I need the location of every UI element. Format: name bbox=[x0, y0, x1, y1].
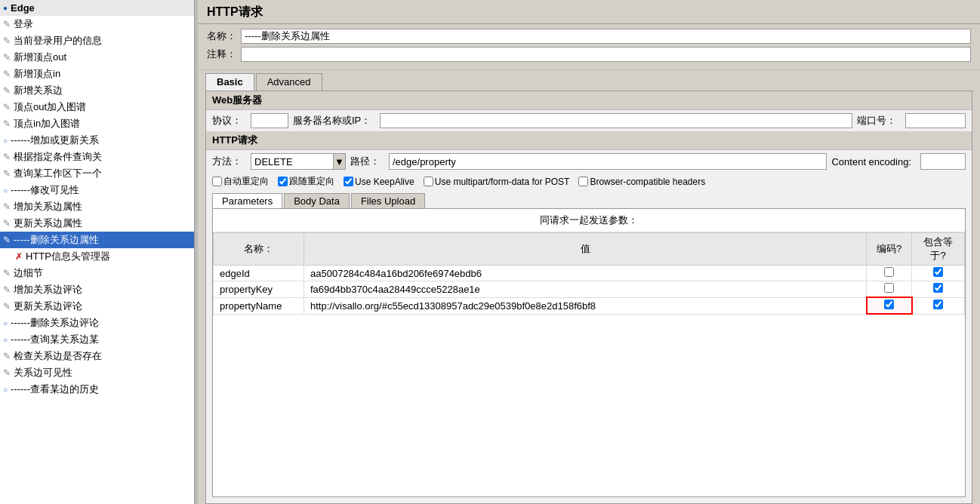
encoding-input[interactable] bbox=[920, 153, 966, 170]
path-input[interactable] bbox=[389, 153, 827, 170]
comment-input[interactable] bbox=[241, 47, 971, 62]
sidebar-item-icon-9: ✎ bbox=[3, 168, 11, 179]
multipart-checkbox[interactable] bbox=[424, 177, 433, 186]
include-checkbox-2[interactable] bbox=[933, 300, 943, 309]
inner-tab-parameters[interactable]: Parameters bbox=[212, 193, 282, 208]
param-include-0[interactable] bbox=[912, 266, 965, 281]
keepalive-label: Use KeepAlive bbox=[355, 177, 414, 187]
inner-tab-body-data[interactable]: Body Data bbox=[284, 193, 350, 208]
sidebar-item-icon-1: ✎ bbox=[3, 35, 11, 46]
sidebar-item-7[interactable]: ○------增加或更新关系 bbox=[0, 132, 194, 149]
sidebar: ● Edge ✎登录✎当前登录用户的信息✎新增顶点out✎新增顶点in✎新增关系… bbox=[0, 0, 195, 504]
sidebar-item-label-19: ------查询某关系边某 bbox=[11, 333, 99, 346]
follow-redirect-checkbox[interactable] bbox=[278, 177, 288, 186]
name-section: 名称： 注释： bbox=[198, 24, 980, 70]
param-value-0: aa5007284c484a16bd206fe6974ebdb6 bbox=[304, 266, 867, 281]
sidebar-item-icon-18: ○ bbox=[3, 319, 8, 327]
port-label: 端口号： bbox=[857, 114, 896, 128]
protocol-input[interactable] bbox=[251, 113, 288, 128]
right-panel: HTTP请求 名称： 注释： Basic Advanced Web服务器 bbox=[198, 0, 980, 504]
sidebar-item-icon-3: ✎ bbox=[3, 69, 11, 79]
sidebar-item-18[interactable]: ○------删除关系边评论 bbox=[0, 315, 194, 331]
auto-redirect-label: 自动重定向 bbox=[223, 175, 269, 188]
sidebar-item-icon-17: ✎ bbox=[3, 301, 11, 312]
param-value-2: http://visallo.org/#c55ecd13308957adc29e… bbox=[304, 297, 867, 314]
sidebar-item-22[interactable]: ○------查看某边的历史 bbox=[0, 381, 194, 398]
http-request-header: HTTP请求 bbox=[206, 131, 972, 150]
sidebar-item-21[interactable]: ✎关系边可见性 bbox=[0, 364, 194, 381]
sidebar-item-11[interactable]: ✎增加关系边属性 bbox=[0, 198, 194, 215]
sidebar-item-icon-11: ✎ bbox=[3, 201, 11, 212]
sidebar-item-8[interactable]: ✎根据指定条件查询关 bbox=[0, 149, 194, 165]
follow-redirect-label: 跟随重定向 bbox=[289, 175, 334, 188]
sidebar-item-label-2: 新增顶点out bbox=[14, 51, 66, 64]
sidebar-item-1[interactable]: ✎当前登录用户的信息 bbox=[0, 32, 194, 49]
encode-checkbox-0[interactable] bbox=[884, 267, 894, 277]
sidebar-item-0[interactable]: ✎登录 bbox=[0, 16, 194, 32]
sidebar-item-12[interactable]: ✎更新关系边属性 bbox=[0, 215, 194, 232]
sidebar-item-label-1: 当前登录用户的信息 bbox=[14, 34, 102, 48]
web-server-header: Web服务器 bbox=[206, 91, 972, 110]
tab-basic[interactable]: Basic bbox=[205, 73, 254, 91]
sidebar-item-16[interactable]: ✎增加关系边评论 bbox=[0, 281, 194, 298]
protocol-label: 协议： bbox=[212, 114, 242, 128]
param-include-2[interactable] bbox=[912, 297, 965, 314]
checkbox-browser-compat: Browser-compatible headers bbox=[578, 177, 705, 187]
sidebar-item-10[interactable]: ○------修改可见性 bbox=[0, 182, 194, 198]
param-encode-1[interactable] bbox=[867, 281, 912, 298]
edge-icon: ● bbox=[3, 4, 8, 12]
params-table: 名称： 值 编码? 包含等于? edgeIdaa5007284c484a16bd… bbox=[213, 232, 965, 315]
method-wrapper: DELETE ▼ bbox=[251, 153, 346, 170]
sidebar-item-20[interactable]: ✎检查关系边是否存在 bbox=[0, 348, 194, 364]
sidebar-item-label-22: ------查看某边的历史 bbox=[11, 383, 99, 396]
sidebar-item-6[interactable]: ✎顶点in加入图谱 bbox=[0, 115, 194, 132]
sidebar-item-label-9: 查询某工作区下一个 bbox=[14, 167, 102, 180]
tab-advanced[interactable]: Advanced bbox=[256, 73, 322, 91]
param-name-0: edgeId bbox=[214, 266, 304, 281]
param-encode-2[interactable] bbox=[867, 297, 912, 314]
sidebar-item-2[interactable]: ✎新增顶点out bbox=[0, 49, 194, 66]
sidebar-item-9[interactable]: ✎查询某工作区下一个 bbox=[0, 165, 194, 182]
server-input[interactable] bbox=[380, 113, 852, 128]
sidebar-item-14[interactable]: ✗HTTP信息头管理器 bbox=[0, 248, 194, 265]
encode-checkbox-1[interactable] bbox=[884, 283, 894, 293]
method-dropdown-btn[interactable]: ▼ bbox=[334, 153, 346, 170]
port-input[interactable] bbox=[905, 113, 966, 128]
col-encode-header: 编码? bbox=[867, 233, 912, 266]
sidebar-item-4[interactable]: ✎新增关系边 bbox=[0, 82, 194, 99]
keepalive-checkbox[interactable] bbox=[344, 177, 353, 186]
include-checkbox-0[interactable] bbox=[933, 267, 943, 277]
tab-content: Web服务器 协议： 服务器名称或IP： 端口号： HTTP请求 方法： DEL… bbox=[205, 91, 972, 504]
sidebar-item-label-21: 关系边可见性 bbox=[14, 366, 72, 380]
include-checkbox-1[interactable] bbox=[933, 283, 943, 293]
sidebar-item-label-20: 检查关系边是否存在 bbox=[14, 349, 102, 363]
comment-label: 注释： bbox=[207, 48, 236, 61]
param-encode-0[interactable] bbox=[867, 266, 912, 281]
sidebar-item-5[interactable]: ✎顶点out加入图谱 bbox=[0, 99, 194, 115]
name-input[interactable] bbox=[241, 29, 971, 44]
inner-tab-files-upload[interactable]: Files Upload bbox=[351, 193, 425, 208]
sidebar-scroll[interactable]: ● Edge ✎登录✎当前登录用户的信息✎新增顶点out✎新增顶点in✎新增关系… bbox=[0, 0, 194, 504]
sidebar-item-label-18: ------删除关系边评论 bbox=[11, 316, 99, 330]
sidebar-item-icon-6: ✎ bbox=[3, 118, 11, 129]
sidebar-item-label-17: 更新关系边评论 bbox=[14, 300, 82, 313]
http-request-row: 方法： DELETE ▼ 路径： Content encoding: bbox=[206, 150, 972, 173]
method-select[interactable]: DELETE bbox=[251, 153, 334, 170]
browser-compat-checkbox[interactable] bbox=[578, 177, 588, 186]
param-include-1[interactable] bbox=[912, 281, 965, 298]
sidebar-title: ● Edge bbox=[0, 0, 194, 16]
sidebar-item-19[interactable]: ○------查询某关系边某 bbox=[0, 331, 194, 348]
sidebar-item-13[interactable]: ✎-----删除关系边属性 bbox=[0, 232, 194, 248]
sidebar-item-15[interactable]: ✎边细节 bbox=[0, 265, 194, 281]
sidebar-item-label-15: 边细节 bbox=[14, 266, 43, 280]
server-label: 服务器名称或IP： bbox=[293, 114, 371, 128]
col-include-header: 包含等于? bbox=[912, 233, 965, 266]
auto-redirect-checkbox[interactable] bbox=[212, 177, 222, 186]
col-value-header: 值 bbox=[304, 233, 867, 266]
sidebar-item-3[interactable]: ✎新增顶点in bbox=[0, 66, 194, 82]
encode-checkbox-2[interactable] bbox=[884, 300, 894, 309]
panel-title: HTTP请求 bbox=[198, 0, 980, 24]
sidebar-item-label-8: 根据指定条件查询关 bbox=[14, 150, 102, 164]
table-row-0: edgeIdaa5007284c484a16bd206fe6974ebdb6 bbox=[214, 266, 965, 281]
sidebar-item-17[interactable]: ✎更新关系边评论 bbox=[0, 298, 194, 315]
